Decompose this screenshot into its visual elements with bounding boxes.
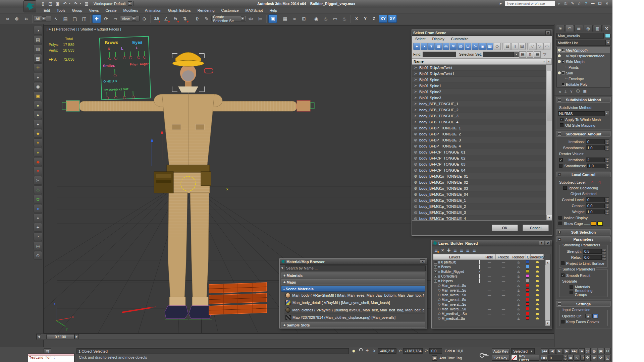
scene-row[interactable]: ◎body_BFFCP_TONGUE_02: [412, 155, 552, 161]
make-unique-icon[interactable]: ∨: [570, 89, 573, 94]
scene-row[interactable]: ≻Bip01 Spine1: [412, 83, 552, 89]
layer-row[interactable]: ⬡M_medical...Su——♨: [433, 316, 550, 321]
go-to-end-icon[interactable]: ▶▶|: [570, 348, 578, 354]
current-layer-cell[interactable]: [476, 275, 483, 278]
scene-row[interactable]: ◎body_BFFCP_TONGUE_01: [412, 149, 552, 155]
layer-scrollbar[interactable]: ▲ ▼: [545, 260, 550, 326]
add-to-layer-icon[interactable]: ✚: [447, 248, 451, 253]
color-cell[interactable]: [526, 307, 531, 311]
named-selection-dropdown[interactable]: Create Selection Se▼: [211, 16, 246, 21]
layer-row[interactable]: +≣Bones——♨: [433, 264, 550, 269]
iterations-field[interactable]: 0: [586, 139, 605, 144]
menu-create[interactable]: Create: [102, 7, 120, 13]
relax-spinner[interactable]: ▲▼: [602, 255, 606, 260]
filter-bone-objects-icon[interactable]: ▦: [486, 43, 493, 50]
screwdriver[interactable]: [122, 307, 156, 312]
pan-view-icon[interactable]: ▱: [591, 355, 597, 361]
current-layer-cell[interactable]: [476, 260, 483, 264]
radiosity-cell[interactable]: [531, 299, 544, 301]
layer-column-hide[interactable]: Hide: [483, 254, 496, 260]
zoom-all-icon[interactable]: ◍: [591, 348, 597, 354]
left-toolbar-icon-6[interactable]: ◉: [34, 82, 42, 91]
color-cell[interactable]: [526, 269, 531, 274]
iterations-spinner[interactable]: ▲▼: [605, 139, 609, 144]
render-cell[interactable]: ♨: [511, 265, 526, 269]
filter-frozen-icon[interactable]: ◇: [494, 43, 501, 50]
chevron-down-icon[interactable]: ▼: [606, 40, 610, 46]
smooth-result-checkbox[interactable]: ✓: [561, 274, 565, 277]
absolute-mode-icon[interactable]: ✛: [366, 348, 369, 353]
select-and-rotate-icon[interactable]: ⟳: [102, 14, 110, 23]
left-toolbar-icon-16[interactable]: ✄: [34, 176, 42, 185]
display-dependents-icon[interactable]: ▤: [519, 43, 526, 50]
scene-row[interactable]: ≻Bip01 Spine3: [412, 95, 552, 101]
edge-subobject-icon[interactable]: ◁: [597, 180, 600, 184]
radiosity-cell[interactable]: [531, 275, 544, 277]
material-editor-icon[interactable]: ◉: [312, 14, 321, 23]
filter-cameras-icon[interactable]: ▦: [435, 43, 442, 50]
previous-frame-icon[interactable]: ◀|: [549, 348, 556, 354]
filter-space-warps-icon[interactable]: ≋: [450, 43, 457, 50]
hide-cell[interactable]: —: [483, 298, 496, 302]
freeze-cell[interactable]: —: [496, 289, 511, 292]
hide-cell[interactable]: —: [483, 275, 496, 278]
selection-filter-dropdown[interactable]: All▼: [34, 16, 51, 21]
select-object-icon[interactable]: ↖: [52, 14, 60, 23]
filter-shapes-icon[interactable]: ◑: [421, 43, 428, 50]
cancel-button[interactable]: Cancel: [523, 225, 549, 231]
render-setup-icon[interactable]: ♨: [321, 14, 330, 23]
material-entry[interactable]: Man_body_detail ( VRayMtl ) [Man_eyes_sh…: [284, 299, 425, 306]
color-cell[interactable]: [526, 274, 531, 278]
layer-column-current[interactable]: [476, 254, 483, 260]
play-animation-icon[interactable]: ▶: [556, 348, 563, 354]
angle-snap-icon[interactable]: ∠: [162, 14, 170, 23]
scene-row[interactable]: ◍body_BFMG1o_TONGUE_01: [412, 173, 552, 179]
left-toolbar-icon-18[interactable]: ✿: [34, 195, 42, 203]
hide-cell[interactable]: —: [483, 279, 496, 283]
layer-row[interactable]: ⬡Man_overal...Su——♨: [433, 297, 550, 302]
material-entry[interactable]: Map #2070297814 (Man_clothes_displace.pn…: [284, 314, 425, 321]
radiosity-cell[interactable]: [531, 294, 544, 296]
isolate-selection-icon[interactable]: ▷: [574, 355, 580, 361]
display-children-icon[interactable]: ▤: [504, 43, 511, 50]
bind-to-space-warp-icon[interactable]: ≋: [22, 14, 31, 23]
set-key-button[interactable]: Set Key: [492, 355, 510, 361]
strength-spinner[interactable]: ▲▼: [602, 249, 606, 254]
menu-views[interactable]: Views: [86, 7, 102, 13]
weight-spinner[interactable]: ▲▼: [605, 209, 609, 214]
show-cage-checkbox[interactable]: [558, 222, 562, 225]
layer-row[interactable]: ⬡Man_overal...Su——♨: [433, 293, 550, 297]
percent-snap-icon[interactable]: %: [171, 14, 180, 23]
color-cell[interactable]: [526, 284, 531, 288]
current-layer-cell[interactable]: [476, 279, 483, 283]
scene-row[interactable]: ◎body_BFBP_TONGUE_4: [412, 143, 552, 149]
time-tag-icon[interactable]: ▣: [432, 355, 437, 361]
object-color-swatch[interactable]: [605, 34, 610, 38]
filter-selection-icon[interactable]: ▽: [529, 43, 536, 50]
menu-group[interactable]: Group: [69, 7, 86, 13]
browser-options-icon[interactable]: ▼: [281, 266, 284, 270]
material-browser-titlebar[interactable]: Material/Map Browser ✕: [280, 259, 427, 265]
scene-row[interactable]: ≻Bip01 Spine2: [412, 89, 552, 95]
tab-modify[interactable]: ◠: [565, 25, 574, 32]
scene-dialog-titlebar[interactable]: Select From Scene ✕: [412, 30, 552, 36]
rollout-subdivision-method[interactable]: −Subdivision Method: [556, 97, 611, 103]
axis-constraint-xy[interactable]: XY: [379, 15, 387, 23]
render-cell[interactable]: ♨: [511, 284, 526, 288]
scene-menu-select[interactable]: Select: [412, 37, 429, 41]
rollout-local-control[interactable]: −Local Control: [556, 172, 611, 177]
scene-row[interactable]: ≻Bip01 RUpArmTwist1: [412, 71, 552, 77]
radiosity-cell[interactable]: [531, 289, 544, 291]
expand-icon[interactable]: +: [434, 280, 437, 283]
y-coordinate-field[interactable]: -1187,734: [403, 348, 423, 354]
smoothness-spinner[interactable]: ▲▼: [605, 145, 609, 150]
lumber-stack[interactable]: [209, 283, 267, 315]
material-browser-close-icon[interactable]: ✕: [420, 259, 425, 264]
scene-menu-display[interactable]: Display: [429, 37, 448, 41]
scene-row[interactable]: ◍body_BFMG1o_TONGUE_04: [412, 191, 552, 197]
left-toolbar-icon-12[interactable]: ☀: [34, 138, 42, 147]
copy-list-button[interactable]: ▯: [527, 51, 533, 58]
time-slider-handle[interactable]: 0 / 100: [46, 334, 74, 339]
communication-center-icon[interactable]: ✎: [570, 1, 575, 6]
graphite-ribbon-icon[interactable]: ▦: [281, 14, 289, 23]
